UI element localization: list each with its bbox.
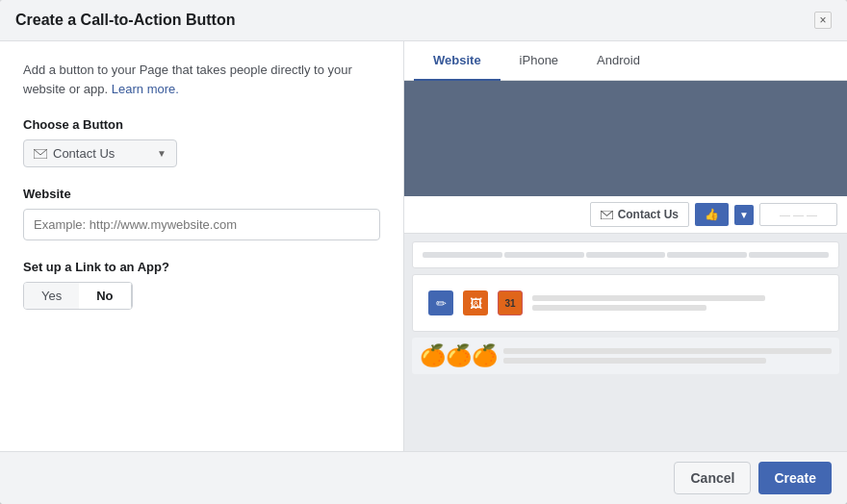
photo-icon-box: 🖼 bbox=[463, 290, 488, 315]
create-button[interactable]: Create bbox=[758, 462, 832, 494]
content-lines bbox=[532, 295, 823, 311]
calendar-icon: 31 bbox=[504, 298, 515, 309]
tab-placeholder bbox=[749, 252, 829, 258]
app-link-section: Set up a Link to an App? Yes No bbox=[23, 260, 380, 310]
choose-button-label: Choose a Button bbox=[23, 117, 380, 132]
modal-dialog: Create a Call-to-Action Button × Add a b… bbox=[0, 0, 847, 504]
contact-us-preview-button[interactable]: Contact Us bbox=[590, 202, 689, 227]
website-label: Website bbox=[23, 187, 380, 201]
fb-actions-bar: Contact Us 👍 ▼ — — — bbox=[404, 196, 847, 234]
tab-website[interactable]: Website bbox=[414, 41, 500, 81]
content-card-1: ✏ 🖼 31 bbox=[412, 274, 839, 332]
photo-icon: 🖼 bbox=[470, 296, 482, 311]
website-section: Website bbox=[23, 187, 380, 240]
left-panel: Add a button to your Page that takes peo… bbox=[0, 41, 404, 451]
yes-option[interactable]: Yes bbox=[24, 283, 79, 309]
message-button-preview[interactable]: — — — bbox=[759, 203, 837, 226]
preview-tabs: Website iPhone Android bbox=[404, 41, 847, 81]
modal-header: Create a Call-to-Action Button × bbox=[0, 0, 847, 41]
like-button-preview[interactable]: 👍 bbox=[695, 203, 729, 226]
no-option[interactable]: No bbox=[79, 283, 131, 309]
app-link-label: Set up a Link to an App? bbox=[23, 260, 380, 274]
right-panel: Website iPhone Android Contact Us bbox=[404, 41, 847, 451]
tab-placeholder bbox=[423, 252, 502, 258]
content-line bbox=[503, 348, 832, 354]
thumb-icon: 👍 bbox=[705, 208, 719, 221]
modal-title: Create a Call-to-Action Button bbox=[15, 12, 235, 29]
contact-us-preview-label: Contact Us bbox=[618, 208, 679, 221]
cta-dropdown[interactable]: Contact Us ▼ bbox=[23, 139, 177, 167]
tab-iphone[interactable]: iPhone bbox=[500, 41, 578, 81]
yes-no-toggle: Yes No bbox=[23, 282, 133, 310]
fb-page-content: ✏ 🖼 31 bbox=[404, 234, 847, 451]
close-icon: × bbox=[819, 13, 826, 27]
content-line bbox=[532, 305, 706, 311]
envelope-preview-icon bbox=[601, 211, 613, 219]
fruit-row: 🍊🍊🍊 bbox=[412, 338, 839, 374]
cta-label: Contact Us bbox=[53, 146, 115, 161]
calendar-icon-box: 31 bbox=[498, 290, 523, 315]
chevron-down-icon: ▼ bbox=[157, 148, 167, 159]
pencil-icon-box: ✏ bbox=[428, 290, 453, 315]
preview-area: Contact Us 👍 ▼ — — — bbox=[404, 81, 847, 451]
envelope-icon bbox=[34, 149, 47, 159]
modal-footer: Cancel Create bbox=[0, 451, 847, 504]
tab-placeholder bbox=[504, 252, 584, 258]
tab-android[interactable]: Android bbox=[578, 41, 659, 81]
tab-placeholder bbox=[667, 252, 747, 258]
content-line bbox=[503, 358, 766, 364]
content-line bbox=[532, 295, 765, 301]
pencil-icon: ✏ bbox=[436, 296, 447, 311]
cancel-button[interactable]: Cancel bbox=[674, 462, 751, 494]
message-label: — — — bbox=[780, 209, 817, 220]
fruit-icon: 🍊🍊🍊 bbox=[420, 343, 498, 368]
cta-button-chooser: Contact Us ▼ bbox=[23, 139, 380, 167]
tab-placeholder bbox=[586, 252, 666, 258]
learn-more-link[interactable]: Learn more. bbox=[112, 82, 179, 96]
nav-tabs-row bbox=[412, 241, 839, 268]
description-text: Add a button to your Page that takes peo… bbox=[23, 61, 380, 98]
website-input[interactable] bbox=[23, 209, 380, 240]
fb-cover-image bbox=[404, 81, 847, 196]
like-dropdown-preview[interactable]: ▼ bbox=[734, 205, 754, 225]
close-button[interactable]: × bbox=[814, 12, 832, 29]
modal-body: Add a button to your Page that takes peo… bbox=[0, 41, 847, 451]
